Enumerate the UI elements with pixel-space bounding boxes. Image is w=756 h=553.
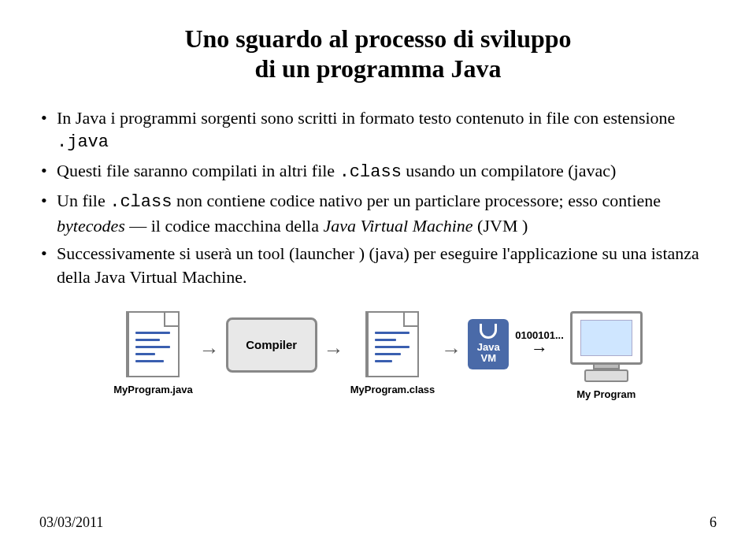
bullet-4: Successivamente si userà un tool (launch…	[39, 242, 717, 288]
computer-label: My Program	[576, 388, 636, 400]
bullet-list: In Java i programmi sorgenti sono scritt…	[39, 106, 717, 289]
title-line2: di un programma Java	[39, 54, 717, 84]
bullet-3: Un file .class non contiene codice nativ…	[39, 189, 717, 237]
arrow-icon: →	[441, 338, 461, 362]
class-file-icon: MyProgram.class	[350, 311, 435, 395]
footer-page: 6	[710, 514, 717, 531]
compiler-label: Compiler	[226, 317, 317, 373]
source-file-label: MyProgram.java	[113, 384, 192, 395]
bits-arrow: 0100101... →	[515, 330, 563, 358]
source-file-icon: MyProgram.java	[113, 311, 192, 395]
slide-footer: 03/03/2011 6	[39, 514, 717, 531]
bullet-1: In Java i programmi sorgenti sono scritt…	[39, 106, 717, 154]
class-file-label: MyProgram.class	[350, 384, 435, 395]
bullet-2: Questi file saranno compilati in altri f…	[39, 159, 717, 184]
jvm-icon: Java VM	[468, 311, 509, 369]
computer-icon: My Program	[570, 311, 643, 400]
footer-date: 03/03/2011	[39, 514, 103, 531]
slide-title: Uno sguardo al processo di sviluppo di u…	[39, 24, 717, 84]
process-diagram: MyProgram.java → Compiler → MyProgram.cl…	[39, 311, 717, 400]
arrow-icon: →	[324, 338, 344, 362]
arrow-icon: →	[199, 338, 220, 362]
compiler-icon: Compiler	[226, 311, 317, 373]
title-line1: Uno sguardo al processo di sviluppo	[39, 24, 717, 54]
